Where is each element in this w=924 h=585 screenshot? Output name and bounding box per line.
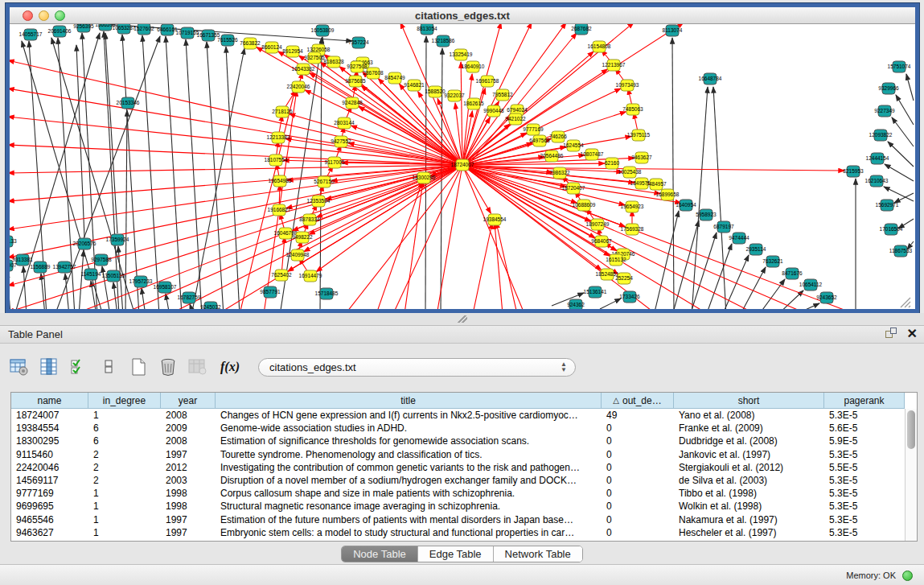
column-header-name[interactable]: name: [11, 393, 88, 409]
cell-year: 2003: [161, 474, 216, 487]
minimize-window-icon[interactable]: [39, 10, 49, 21]
column-header-year[interactable]: year: [161, 393, 216, 409]
tab-edge-table[interactable]: Edge Table: [418, 546, 494, 562]
rows-icon[interactable]: [98, 356, 119, 377]
cell-title: Tourette syndrome. Phenomenology and cla…: [216, 448, 602, 461]
node-label: 10807487: [581, 151, 604, 157]
checklist-icon[interactable]: [68, 356, 89, 377]
node-label: 8454749: [384, 75, 405, 80]
scrollbar-thumb[interactable]: [907, 410, 915, 449]
node-label: 62160: [605, 160, 619, 166]
node-label: 9256395: [73, 24, 94, 29]
table-row[interactable]: 1456911722003Disruption of a novel membe…: [11, 474, 905, 487]
maximize-window-icon[interactable]: [55, 10, 65, 21]
close-panel-icon[interactable]: ✕: [907, 328, 918, 340]
node-label: 9117005: [325, 159, 345, 165]
table-selector-value: citations_edges.txt: [259, 361, 356, 373]
cell-short: Dudbridge et al. (2008): [674, 435, 824, 447]
node-label: 7615526: [217, 37, 238, 43]
table-grid[interactable]: namein_degreeyeartitle△out_de…shortpager…: [11, 393, 905, 539]
table-row[interactable]: 911546021997Tourette syndrome. Phenomeno…: [11, 448, 905, 461]
tab-node-table[interactable]: Node Table: [342, 546, 418, 562]
sort-ascending-icon: △: [613, 396, 619, 405]
node-label: 17016504: [880, 226, 903, 232]
node-label: 9146821: [404, 82, 425, 88]
cell-pagerank: 5.6E-5: [824, 422, 905, 435]
table-vertical-scrollbar[interactable]: [905, 409, 917, 541]
float-panel-icon[interactable]: [885, 328, 897, 340]
node-label: 6794024: [507, 107, 528, 113]
node-label: 12409948: [286, 252, 310, 257]
cell-short: Stergiakouli et al. (2012): [674, 461, 824, 474]
table-row[interactable]: 969969511998Structural magnetic resonanc…: [11, 500, 905, 513]
cell-title: Investigating the contribution of common…: [216, 461, 602, 474]
cell-short: Wolkin et al. (1998): [674, 500, 824, 513]
node-label: 9227349: [874, 108, 895, 113]
cell-title: Corpus callosum shape and size in male p…: [216, 487, 602, 500]
column-header-short[interactable]: short: [674, 393, 824, 409]
node-label: 16648784: [699, 76, 722, 81]
table-row[interactable]: 1938455462009Genome-wide association stu…: [11, 422, 905, 435]
node-label: 7484957: [646, 181, 667, 187]
node-table: namein_degreeyeartitle△out_de…shortpager…: [10, 392, 918, 542]
node-label: 1615132: [606, 257, 626, 262]
node-label: 17569328: [621, 226, 644, 232]
cell-in_degree: 1: [88, 500, 161, 513]
select-columns-icon[interactable]: [39, 356, 60, 377]
cell-short: de Silva et al. (2003): [674, 474, 824, 487]
table-selector-combobox[interactable]: citations_edges.txt ▲▼: [258, 358, 576, 377]
node-label: 16914479: [299, 273, 322, 278]
cell-in_degree: 6: [88, 435, 161, 447]
cell-pagerank: 5.3E-5: [824, 409, 905, 422]
node-label: 9329966: [878, 85, 899, 91]
node-label: 22420046: [287, 84, 310, 89]
network-window-titlebar[interactable]: citations_edges.txt: [10, 7, 915, 24]
cell-pagerank: 5.3E-5: [824, 513, 905, 526]
node-label: 16210643: [865, 178, 889, 183]
node-label: 9297588: [91, 257, 112, 262]
function-builder-icon[interactable]: f(x): [220, 356, 240, 377]
tab-network-table[interactable]: Network Table: [494, 546, 582, 562]
table-row[interactable]: 977716911998Corpus callosum shape and si…: [11, 487, 905, 500]
node-label: 1640954: [676, 202, 696, 208]
cell-name: 19384554: [11, 422, 88, 435]
node-label: 746266: [549, 134, 567, 139]
divider-grip-icon[interactable]: [458, 315, 467, 323]
cell-title: Estimation of significance thresholds fo…: [216, 435, 602, 447]
column-header-title[interactable]: title: [216, 393, 602, 409]
new-document-icon[interactable]: [128, 356, 149, 377]
column-header-pagerank[interactable]: pagerank: [824, 393, 905, 409]
node-label: 16053809: [311, 27, 335, 33]
close-window-icon[interactable]: [23, 10, 33, 21]
cell-name: 18300295: [11, 435, 88, 447]
cell-in_degree: 1: [88, 513, 161, 526]
delete-table-icon[interactable]: [158, 356, 179, 377]
cell-year: 1998: [161, 500, 216, 513]
cell-in_degree: 2: [88, 474, 161, 487]
node-label: 1145194: [81, 271, 101, 277]
column-header-out_de[interactable]: △out_de…: [602, 393, 674, 409]
node-label: 9857791: [260, 289, 281, 295]
node-label: 19384554: [483, 216, 507, 222]
node-label: 1912007: [10, 262, 17, 268]
table-row[interactable]: 1830029562008Estimation of significance …: [11, 435, 905, 447]
table-row[interactable]: 946362711997Embryonic stem cells: a mode…: [11, 526, 905, 539]
network-canvas[interactable]: 8660124891295413226058932750516543382818…: [10, 24, 915, 309]
citation-network-graph[interactable]: 8660124891295413226058932750516543382818…: [10, 24, 915, 309]
cell-name: 22420046: [11, 461, 88, 474]
cell-title: Embryonic stem cells: a model to study s…: [216, 526, 602, 539]
node-label: 12444154: [866, 155, 889, 161]
column-header-in_degree[interactable]: in_degree: [88, 393, 161, 409]
node-label: 6466161: [157, 27, 178, 32]
window-resize-grip[interactable]: [901, 298, 910, 307]
table-panel: Table Panel ✕: [0, 325, 924, 585]
cell-short: Yano et al. (2008): [674, 409, 824, 422]
table-row[interactable]: 946554611997Estimation of the future num…: [11, 513, 905, 526]
panel-divider[interactable]: [0, 313, 924, 325]
node-label: 18640910: [462, 64, 485, 69]
table-settings-icon[interactable]: [9, 356, 30, 377]
table-row[interactable]: 1872400712008Changes of HCN gene express…: [11, 409, 905, 422]
node-label: 16782759: [178, 295, 201, 300]
table-row[interactable]: 2242004622012Investigating the contribut…: [11, 461, 905, 474]
network-view-window[interactable]: citations_edges.txt 86601248912954132260…: [6, 3, 919, 313]
